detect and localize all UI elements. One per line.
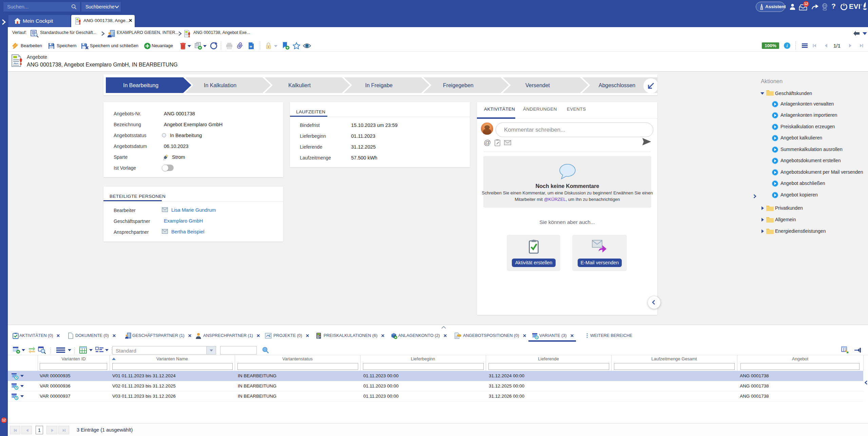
svg-text:w: w — [249, 45, 252, 48]
svg-text:In Kalkulation: In Kalkulation — [204, 82, 236, 88]
svg-text:In Freigabe: In Freigabe — [365, 82, 393, 88]
svg-text:Versendet: Versendet — [525, 82, 550, 88]
svg-text:Kalkuliert: Kalkuliert — [288, 82, 311, 88]
svg-text:Abgeschlossen: Abgeschlossen — [599, 82, 636, 88]
svg-text:In Bearbeitung: In Bearbeitung — [123, 82, 158, 88]
svg-text:Freigegeben: Freigegeben — [443, 82, 474, 88]
